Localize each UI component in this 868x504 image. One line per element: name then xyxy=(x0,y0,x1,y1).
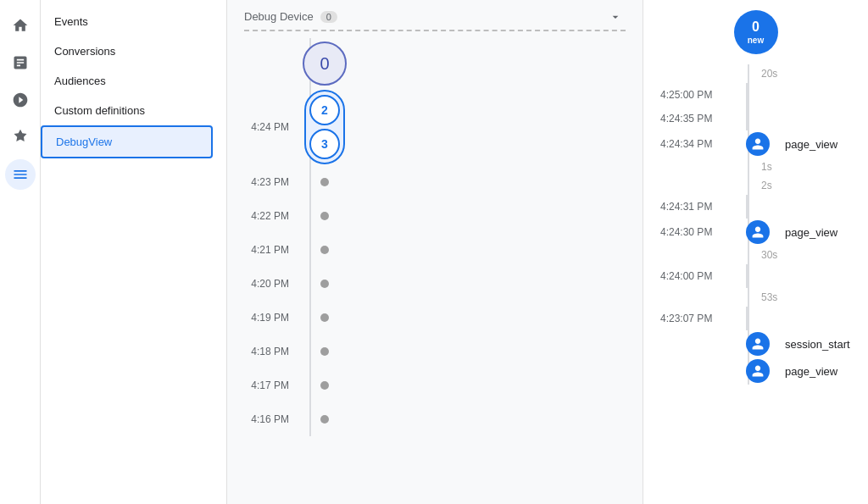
sidebar-item-events[interactable]: Events xyxy=(41,7,220,36)
event-name-page-view-2: page_view xyxy=(785,365,837,378)
event-time-42400: 4:24:00 PM xyxy=(660,270,741,282)
debug-device-label: Debug Device xyxy=(244,10,314,23)
dot-419 xyxy=(320,313,329,322)
dotted-divider xyxy=(244,30,626,31)
dot-420 xyxy=(320,280,329,288)
nav-advertising[interactable] xyxy=(5,122,36,152)
event-row-session-start: session_start xyxy=(660,330,851,357)
nav-configure[interactable] xyxy=(5,159,36,190)
event-row-page-view-2: page_view xyxy=(660,357,851,385)
event-time-42430: 4:24:30 PM xyxy=(660,226,741,238)
event-row-42307: 4:23:07 PM xyxy=(660,307,851,330)
sidebar-item-conversions[interactable]: Conversions xyxy=(41,36,220,66)
time-label-422: 4:22 PM xyxy=(244,210,299,222)
time-label-424: 4:24 PM xyxy=(244,121,299,133)
event-bubble-2: 2 xyxy=(309,95,340,125)
event-time-42431: 4:24:31 PM xyxy=(660,201,741,213)
dot-421 xyxy=(320,246,329,254)
time-label-418: 4:18 PM xyxy=(244,346,299,357)
event-row-42430: 4:24:30 PM page_view xyxy=(660,219,851,246)
events-timeline: 20s 4:25:00 PM 4:24:35 PM 4:24:34 PM p xyxy=(660,64,851,385)
event-icon-page-view-2 xyxy=(746,359,770,383)
main-content: Debug Device 0 0 4:24 PM xyxy=(227,0,868,504)
time-label-420: 4:20 PM xyxy=(244,278,299,290)
event-row-42435: 4:24:35 PM xyxy=(660,107,851,130)
event-row-42434: 4:24:34 PM page_view xyxy=(660,130,851,158)
sidebar-item-custom-definitions[interactable]: Custom definitions xyxy=(41,96,220,125)
time-label-421: 4:21 PM xyxy=(244,244,299,256)
event-time-42307: 4:23:07 PM xyxy=(660,313,741,324)
event-bubble-3: 3 xyxy=(309,129,340,159)
interval-30s: 30s xyxy=(660,246,851,264)
dot-416 xyxy=(320,415,329,424)
nav-home[interactable] xyxy=(5,10,36,41)
event-name-42430: page_view xyxy=(785,226,837,239)
dot-418 xyxy=(320,347,329,356)
time-label-417: 4:17 PM xyxy=(244,379,299,391)
dot-423 xyxy=(320,178,329,186)
interval-53s: 53s xyxy=(660,288,851,307)
debug-device-count: 0 xyxy=(320,11,337,23)
event-pill-424[interactable]: 2 3 xyxy=(304,90,345,164)
new-badge: 0 new xyxy=(734,10,778,54)
debug-dropdown-button[interactable] xyxy=(605,7,626,27)
time-label-419: 4:19 PM xyxy=(244,312,299,324)
sidebar-item-debugview[interactable]: DebugView xyxy=(41,125,213,158)
event-name-session-start: session_start xyxy=(785,338,850,351)
event-time-42435: 4:24:35 PM xyxy=(660,113,741,125)
event-icon-42430 xyxy=(746,220,770,244)
timeline-panel: Debug Device 0 0 4:24 PM xyxy=(227,0,643,504)
nav-explore[interactable] xyxy=(5,85,36,115)
interval-1s: 1s xyxy=(660,158,851,176)
event-row-42500: 4:25:00 PM xyxy=(660,83,851,107)
debug-bar: Debug Device 0 xyxy=(227,10,643,30)
dot-422 xyxy=(320,212,329,220)
time-label-423: 4:23 PM xyxy=(244,176,299,188)
event-time-42500: 4:25:00 PM xyxy=(660,89,741,101)
event-panel: 0 new 20s 4:25:00 PM 4:24:35 PM 4:24:34 … xyxy=(643,0,868,504)
event-icon-42434 xyxy=(746,132,770,156)
time-label-416: 4:16 PM xyxy=(244,413,299,425)
event-time-42434: 4:24:34 PM xyxy=(660,138,741,150)
dot-417 xyxy=(320,381,329,390)
nav-reports[interactable] xyxy=(5,47,36,78)
icon-nav xyxy=(0,0,41,504)
sidebar: Events Conversions Audiences Custom defi… xyxy=(41,0,227,504)
event-name-42434: page_view xyxy=(785,138,837,151)
top-count-circle: 0 xyxy=(303,42,347,86)
event-row-42431: 4:24:31 PM xyxy=(660,195,851,219)
sidebar-item-audiences[interactable]: Audiences xyxy=(41,66,220,96)
event-row-42400: 4:24:00 PM xyxy=(660,264,851,288)
interval-2s: 2s xyxy=(660,176,851,195)
event-icon-session-start xyxy=(746,332,770,356)
interval-20s: 20s xyxy=(660,64,851,83)
